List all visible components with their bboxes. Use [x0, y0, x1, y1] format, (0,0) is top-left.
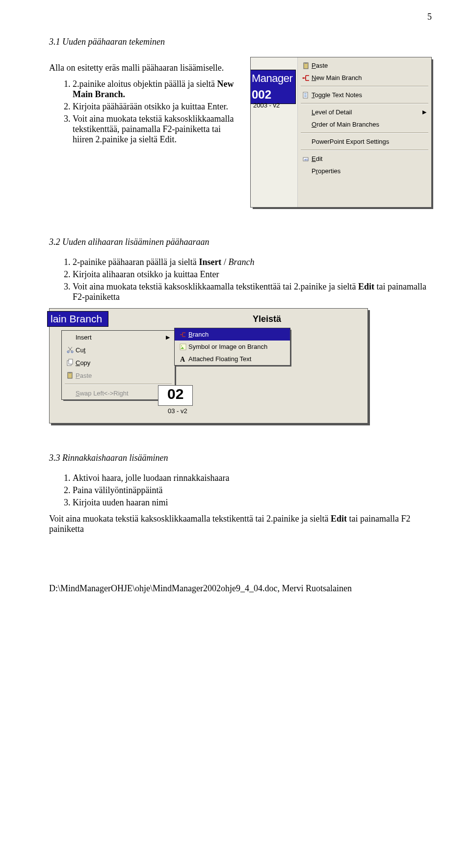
menu-item-label: Insert — [76, 334, 166, 341]
menu-item-label: Symbol or Image on Branch — [188, 343, 285, 350]
menu-item-label: Toggle Text Notes — [312, 91, 426, 99]
v2-text: 03 - v2 — [168, 407, 187, 415]
heading-3-3: 3.3 Rinnakkaishaaran lisääminen — [49, 453, 432, 463]
menu-item[interactable]: Copy — [62, 356, 175, 369]
chip-line2: 002 — [252, 86, 292, 103]
steps-3-1: 2.painike aloitus objektin päällä ja sie… — [49, 79, 240, 145]
chip-line1: Manager — [252, 71, 292, 86]
step-item: Kirjoita alihaaran otsikko ja kuittaa En… — [73, 269, 432, 280]
menu-item[interactable]: Edit — [298, 153, 431, 165]
menu-item-label: Copy — [76, 359, 170, 367]
menu-item[interactable]: Symbol or Image on Branch — [175, 341, 290, 353]
branch-icon — [178, 331, 188, 339]
steps-3-2: 2-painike päähaaran päällä ja sieltä Ins… — [49, 257, 432, 302]
menu-item: Paste — [62, 369, 175, 382]
step-item: Voit aina muokata tekstiä kaksosklikkaam… — [73, 114, 240, 145]
notes-icon — [301, 91, 312, 99]
chip-subtext: 2003 - v2 — [253, 102, 280, 109]
menu-item[interactable]: Paste — [298, 59, 431, 72]
step-item: 2-painike päähaaran päällä ja sieltä Ins… — [73, 257, 432, 267]
copy-icon — [65, 359, 76, 367]
menu-item[interactable]: PowerPoint Export Settings — [298, 135, 431, 148]
step-item: Voit aina muokata tekstiä kaksosklikkaam… — [73, 282, 432, 302]
menu-item[interactable]: Branch — [175, 328, 290, 341]
menu-item-label: Attached Floating Text — [188, 355, 285, 363]
screenshot-context-menu-2: lain Branch Yleistä Insert▶CutCopyPasteS… — [49, 308, 368, 423]
menu-item-label: Level of Detail — [312, 108, 422, 116]
menu-separator — [65, 384, 172, 385]
symbol-icon — [178, 343, 188, 351]
yleista-label: Yleistä — [253, 314, 281, 324]
page-number: 5 — [49, 12, 432, 22]
insert-submenu[interactable]: BranchSymbol or Image on BranchAttached … — [174, 328, 290, 366]
oh-two-box: 02 — [158, 385, 193, 406]
menu-separator — [301, 86, 428, 87]
menu-item[interactable]: Properties — [298, 165, 431, 177]
menu-item-label: New Main Branch — [312, 74, 426, 81]
cut-icon — [65, 346, 76, 354]
heading-3-1: 3.1 Uuden päähaaran tekeminen — [49, 37, 432, 47]
menu-item-label: Paste — [312, 62, 426, 69]
menu-item-label: PowerPoint Export Settings — [312, 138, 426, 145]
step-item: Paina välilyöntinäppäintä — [73, 485, 432, 496]
step-item: Kirjoita uuden haaran nimi — [73, 498, 432, 508]
main-branch-chip: lain Branch — [47, 311, 108, 327]
step-item: 2.painike aloitus objektin päällä ja sie… — [73, 79, 240, 100]
intro-3-1: Alla on esitetty eräs malli päähaaran li… — [49, 63, 240, 73]
menu-item-label: Cut — [76, 346, 170, 354]
menu-item[interactable]: Level of Detail▶ — [298, 106, 431, 118]
heading-3-2: 3.2 Uuden alihaaran lisääminen päähaaraa… — [49, 237, 432, 247]
menu-separator — [301, 132, 428, 133]
step-item: Kirjoita päähäärään otsikko ja kuittaa E… — [73, 102, 240, 112]
menu-item-label: Branch — [188, 331, 285, 338]
floattext-icon — [178, 355, 188, 363]
menu-item[interactable]: Insert▶ — [62, 331, 175, 343]
footer-path: D:\MindManagerOHJE\ohje\MindManager2002o… — [49, 583, 432, 594]
menu-item[interactable]: Order of Main Branches — [298, 118, 431, 131]
menu-item-label: Paste — [76, 372, 170, 379]
newbranch-icon — [301, 74, 312, 82]
menu-item[interactable]: Attached Floating Text — [175, 353, 290, 365]
chevron-right-icon: ▶ — [166, 334, 170, 341]
manager-chip: Manager 002 — [251, 70, 296, 104]
menu-item[interactable]: Toggle Text Notes — [298, 89, 431, 101]
menu-separator — [301, 150, 428, 151]
menu-item-label: Properties — [312, 167, 426, 175]
chevron-right-icon: ▶ — [422, 109, 426, 115]
menu-item-label: Swap Left<->Right — [76, 390, 170, 397]
paste-icon — [301, 62, 312, 70]
paste-icon — [65, 371, 76, 379]
screenshot-context-menu-1: Manager 002 2003 - v2 PasteNew Main Bran… — [250, 57, 432, 208]
menu-item[interactable]: Cut — [62, 343, 175, 356]
menu-item[interactable]: New Main Branch — [298, 72, 431, 84]
menu-item-label: Order of Main Branches — [312, 121, 426, 128]
menu-separator — [301, 103, 428, 104]
step-item: Aktivoi haara, jolle luodaan rinnakkaish… — [73, 473, 432, 483]
para-3-3: Voit aina muokata tekstiä kaksosklikkaam… — [49, 514, 432, 534]
steps-3-3: Aktivoi haara, jolle luodaan rinnakkaish… — [49, 473, 432, 508]
edit-icon — [301, 155, 312, 163]
menu-item-label: Edit — [312, 155, 426, 162]
